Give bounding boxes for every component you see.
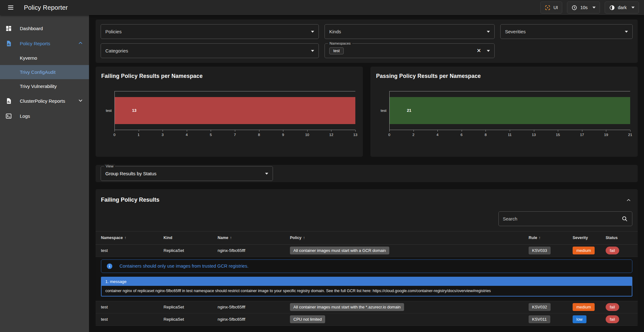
chart-title: Failing Policy Results per Namespace — [101, 73, 355, 79]
cell-name: nginx-5fbc65fff — [218, 305, 290, 309]
ui-version-button[interactable]: UI — [540, 2, 563, 14]
sidebar-item-kyverno[interactable]: Kyverno — [0, 51, 89, 65]
pass-bar: 21 — [390, 97, 630, 124]
chevron-down-icon — [311, 31, 314, 33]
x-tick-mark — [307, 130, 308, 132]
sidebar-item-logs[interactable]: Logs — [0, 108, 89, 123]
cell-namespace: test — [101, 248, 164, 253]
x-tick-label: 9 — [282, 133, 284, 137]
x-tick-mark — [211, 130, 211, 132]
policy-chip: All container images must start with the… — [290, 303, 404, 311]
result-row[interactable]: test ReplicaSet nginx-5fbc65fff All cont… — [96, 301, 638, 313]
menu-icon[interactable] — [4, 1, 17, 14]
x-tick-mark — [283, 130, 283, 132]
chevron-down-icon — [625, 31, 628, 33]
sidebar-item-dashboard[interactable]: Dashboard — [0, 21, 89, 36]
rule-chip: KSV033 — [529, 247, 551, 254]
result-row[interactable]: test ReplicaSet nginx-5fbc65fff CPU not … — [96, 313, 638, 326]
x-tick-label: 7 — [234, 133, 236, 137]
x-tick-label: 4 — [436, 133, 438, 137]
sidebar-item-trivy-vulnerability[interactable]: Trivy Vulnerability — [0, 79, 89, 93]
app-title: Policy Reporter — [24, 4, 68, 11]
search-input[interactable] — [503, 216, 621, 221]
x-tick-mark — [414, 130, 414, 132]
column-header-rule[interactable]: Rule ↑ — [529, 236, 573, 240]
x-tick-label: 1 — [137, 133, 139, 137]
column-header-namespace[interactable]: Namespace ↑ — [101, 236, 164, 240]
namespaces-select[interactable]: Namespaces test ✕ — [325, 43, 495, 58]
column-header-name[interactable]: Name ↑ — [218, 236, 290, 240]
sidebar-item-policy-reports[interactable]: Policy Reports — [0, 36, 89, 51]
column-header-policy[interactable]: Policy ↑ — [290, 236, 529, 240]
refresh-interval-select[interactable]: 10s — [567, 2, 600, 14]
view-select-value: Group Results by Status — [105, 171, 157, 176]
y-axis-category-label: test — [376, 91, 389, 130]
policies-select-label: Policies — [105, 29, 122, 34]
kinds-select[interactable]: Kinds — [325, 24, 495, 39]
clear-icon[interactable]: ✕ — [477, 48, 481, 53]
cell-namespace: test — [101, 317, 164, 322]
charts-row: Failing Policy Results per Namespace tes… — [96, 67, 638, 157]
status-badge: fail — [606, 315, 619, 323]
view-select-label: View — [104, 164, 115, 168]
cell-kind: ReplicaSet — [164, 305, 218, 309]
x-tick-label: 3 — [162, 133, 164, 137]
cell-name: nginx-5fbc65fff — [218, 317, 290, 322]
x-tick-label: 5 — [210, 133, 212, 137]
x-tick-mark — [355, 130, 356, 132]
x-tick-mark — [163, 130, 163, 132]
sidebar-item-clusterpolicy-reports[interactable]: ClusterPolicy Reports — [0, 93, 89, 108]
severity-badge: low — [573, 315, 586, 323]
failing-results-card: Failing Policy Results Namespace ↑ — [96, 189, 638, 326]
x-tick-mark — [462, 130, 462, 132]
view-select[interactable]: View Group Results by Status — [101, 166, 273, 181]
theme-select[interactable]: dark — [605, 2, 639, 14]
message-block: 1. message container nginx of replicaset… — [101, 277, 632, 297]
x-axis-ticks: 02468111315171921 — [389, 130, 630, 139]
x-tick-mark — [331, 130, 331, 132]
sidebar-item-trivy-configaudit[interactable]: Trivy ConfigAudit — [0, 65, 89, 79]
x-tick-mark — [534, 130, 534, 132]
severities-select[interactable]: Severities — [500, 24, 633, 39]
x-tick-label: 21 — [628, 133, 632, 137]
theme-value: dark — [618, 5, 627, 10]
x-tick-mark — [582, 130, 582, 132]
row-detail-panel: Containers should only use images from t… — [96, 257, 638, 301]
dashboard-icon — [5, 25, 12, 32]
filters-card: Policies Kinds Severities Categories Nam… — [96, 19, 638, 63]
x-tick-label: 11 — [508, 133, 512, 137]
terminal-icon — [5, 112, 12, 119]
sidebar-item-label: Policy Reports — [20, 41, 50, 46]
chevron-up-icon — [78, 40, 83, 47]
x-tick-mark — [187, 130, 187, 132]
result-row[interactable]: test ReplicaSet nginx-5fbc65fff All cont… — [96, 245, 638, 257]
report-file-icon — [5, 40, 12, 47]
x-tick-label: 15 — [556, 133, 560, 137]
rule-chip: KSV011 — [529, 315, 550, 323]
categories-select-label: Categories — [105, 48, 128, 53]
column-header-severity[interactable]: Severity — [573, 236, 606, 240]
column-header-kind[interactable]: Kind — [164, 236, 218, 240]
x-tick-label: 17 — [580, 133, 584, 137]
search-icon — [621, 215, 628, 222]
x-tick-label: 10 — [305, 133, 309, 137]
collapse-panel-button[interactable] — [626, 197, 631, 203]
cell-namespace: test — [101, 305, 164, 309]
theme-contrast-icon — [609, 5, 615, 11]
message-text: container nginx of replicaset nginx-5fbc… — [102, 286, 632, 296]
severities-select-label: Severities — [505, 29, 526, 34]
main-content: Policies Kinds Severities Categories Nam… — [89, 15, 644, 332]
x-tick-label: 19 — [604, 133, 608, 137]
policies-select[interactable]: Policies — [101, 24, 319, 39]
clock-icon — [571, 5, 577, 11]
column-header-status[interactable]: Status — [606, 236, 632, 240]
x-tick-mark — [558, 130, 558, 132]
cell-kind: ReplicaSet — [164, 248, 218, 253]
sort-asc-icon: ↑ — [539, 236, 541, 240]
search-box — [498, 211, 632, 226]
x-tick-label: 0 — [388, 133, 390, 137]
report-file-icon — [5, 97, 12, 104]
cell-name: nginx-5fbc65fff — [218, 248, 290, 253]
categories-select[interactable]: Categories — [101, 43, 319, 58]
x-tick-label: 8 — [485, 133, 486, 137]
